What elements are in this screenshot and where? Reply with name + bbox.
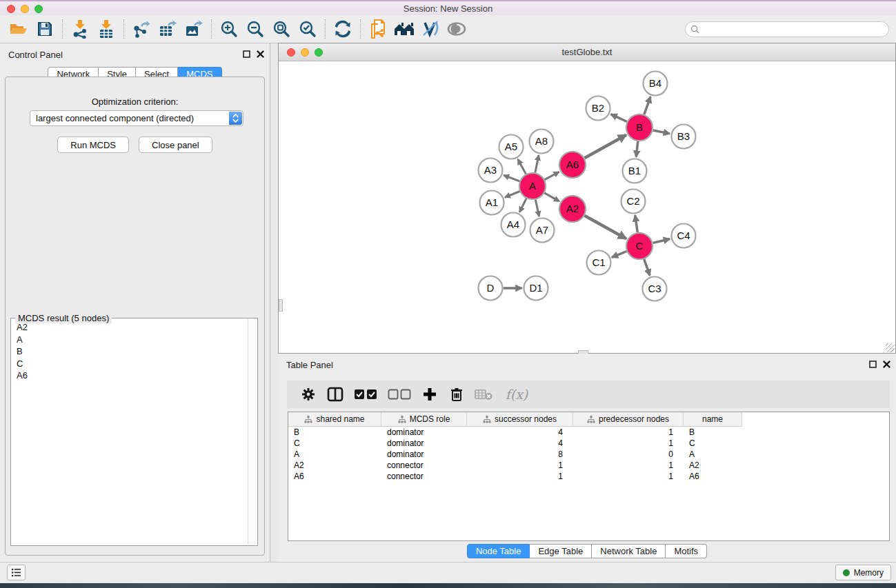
first-neighbors-button[interactable] xyxy=(391,18,417,40)
export-table-button[interactable] xyxy=(155,18,181,40)
graph-edge-A-A4[interactable] xyxy=(519,199,526,212)
mcds-result-item[interactable]: A2 xyxy=(12,321,248,334)
add-column-button[interactable] xyxy=(419,384,440,405)
network-vertical-scrollbar[interactable] xyxy=(279,299,283,312)
graph-edge-C-C4[interactable] xyxy=(653,239,670,243)
graph-edge-C-C1[interactable] xyxy=(612,252,627,258)
close-panel-button[interactable]: Close panel xyxy=(139,136,212,153)
delete-columns-button[interactable] xyxy=(446,384,467,405)
graph-edge-C-C2[interactable] xyxy=(635,215,638,232)
column-header-shared-name[interactable]: shared name xyxy=(288,412,381,427)
graph-edge-A-A7[interactable] xyxy=(535,200,539,217)
window-resize-grip[interactable] xyxy=(886,343,895,352)
task-history-button[interactable] xyxy=(7,565,26,580)
search-field[interactable] xyxy=(685,21,889,37)
export-image-button[interactable] xyxy=(181,18,207,40)
optimization-criterion-select[interactable]: largest connected component (directed) xyxy=(30,110,243,126)
open-folder-button[interactable] xyxy=(6,18,32,40)
graph-edge-A-A3[interactable] xyxy=(504,175,519,181)
network-canvas[interactable]: AA1A2A3A4A5A6A7A8BB1B2B3B4CC1C2C3C4DD1 xyxy=(279,62,895,353)
save-session-button[interactable] xyxy=(32,18,58,40)
graph-node-D1[interactable]: D1 xyxy=(524,276,548,301)
table-tab-motifs[interactable]: Motifs xyxy=(666,544,707,558)
graph-node-A5[interactable]: A5 xyxy=(499,135,524,159)
graph-node-A1[interactable]: A1 xyxy=(480,191,504,215)
graph-node-C2[interactable]: C2 xyxy=(621,190,646,214)
table-options-gear-button[interactable] xyxy=(298,384,319,405)
select-all-columns-button[interactable] xyxy=(352,384,379,405)
function-builder-button[interactable]: f(x) xyxy=(500,384,533,405)
graph-edge-B-B2[interactable] xyxy=(611,114,627,122)
search-input[interactable] xyxy=(702,25,888,34)
run-mcds-button[interactable]: Run MCDS xyxy=(57,136,129,153)
float-table-panel-icon[interactable] xyxy=(869,361,877,368)
graph-edge-A-A6[interactable] xyxy=(545,172,559,179)
graph-node-B3[interactable]: B3 xyxy=(672,125,696,149)
import-table-button[interactable] xyxy=(93,18,119,40)
table-row-a[interactable]: Adominator80A xyxy=(288,449,889,460)
graph-node-A7[interactable]: A7 xyxy=(530,219,555,243)
hide-selected-button[interactable] xyxy=(417,18,444,40)
zoom-fit-button[interactable] xyxy=(268,18,295,40)
graph-node-C1[interactable]: C1 xyxy=(587,251,611,275)
graph-edge-B-B3[interactable] xyxy=(653,130,670,134)
table-tab-edge-table[interactable]: Edge Table xyxy=(530,544,592,558)
table-row-c[interactable]: Cdominator41C xyxy=(288,438,889,449)
zoom-selected-button[interactable] xyxy=(295,18,321,40)
mcds-result-item[interactable]: C xyxy=(12,358,248,370)
graph-node-A[interactable]: A xyxy=(519,173,546,199)
network-window-title: testGlobe.txt xyxy=(279,47,895,57)
graph-node-A2[interactable]: A2 xyxy=(559,196,586,222)
graph-node-label: C4 xyxy=(677,230,690,241)
graph-node-A6[interactable]: A6 xyxy=(559,152,586,178)
import-network-button[interactable] xyxy=(67,18,93,40)
graph-node-A4[interactable]: A4 xyxy=(501,213,526,237)
column-header-predecessor-nodes[interactable]: predecessor nodes xyxy=(573,412,684,427)
graph-node-B1[interactable]: B1 xyxy=(623,159,647,183)
graph-node-B2[interactable]: B2 xyxy=(586,97,610,121)
close-panel-icon[interactable] xyxy=(257,50,264,58)
export-network-button[interactable] xyxy=(128,18,155,40)
network-window-titlebar[interactable]: testGlobe.txt xyxy=(279,43,895,61)
graph-edge-A2-C[interactable] xyxy=(585,216,626,239)
unselect-all-columns-button[interactable] xyxy=(386,384,413,405)
column-header-name[interactable]: name xyxy=(684,412,742,427)
result-scrollbar[interactable] xyxy=(248,319,257,545)
graph-node-C4[interactable]: C4 xyxy=(672,224,696,248)
refresh-button[interactable] xyxy=(330,18,356,40)
new-network-from-selection-button[interactable] xyxy=(365,18,391,40)
graph-edge-A-A2[interactable] xyxy=(544,193,559,201)
graph-edge-C-C3[interactable] xyxy=(644,259,650,276)
delete-table-button[interactable] xyxy=(473,384,494,405)
show-graphics-details-button[interactable] xyxy=(444,18,470,40)
table-tab-node-table[interactable]: Node Table xyxy=(467,544,530,558)
table-row-a2[interactable]: A2connector11A2 xyxy=(288,460,889,471)
float-panel-icon[interactable] xyxy=(243,50,250,58)
graph-edge-A-A8[interactable] xyxy=(535,155,539,172)
graph-node-B4[interactable]: B4 xyxy=(644,72,668,96)
graph-node-C3[interactable]: C3 xyxy=(643,277,667,301)
graph-node-B[interactable]: B xyxy=(626,114,653,141)
mcds-result-item[interactable]: B xyxy=(12,345,248,358)
graph-edge-B-B1[interactable] xyxy=(636,141,638,157)
memory-button[interactable]: Memory xyxy=(835,565,891,580)
graph-node-D[interactable]: D xyxy=(479,276,503,301)
mcds-result-item[interactable]: A xyxy=(12,334,248,346)
graph-node-A3[interactable]: A3 xyxy=(479,159,503,183)
column-header-successor-nodes[interactable]: successor nodes xyxy=(467,412,573,427)
column-header-mcds-role[interactable]: MCDS role xyxy=(381,412,467,427)
graph-edge-A-A5[interactable] xyxy=(518,159,526,174)
graph-edge-A-A1[interactable] xyxy=(505,192,520,198)
graph-edge-A6-B[interactable] xyxy=(585,135,626,159)
graph-node-A8[interactable]: A8 xyxy=(530,130,554,154)
graph-node-C[interactable]: C xyxy=(626,233,653,259)
table-row-b[interactable]: Bdominator41B xyxy=(288,427,889,438)
mcds-result-item[interactable]: A6 xyxy=(12,369,248,382)
zoom-out-button[interactable] xyxy=(242,18,268,40)
show-column-button[interactable] xyxy=(325,384,346,405)
table-row-a6[interactable]: A6connector11A6 xyxy=(288,471,889,482)
close-table-panel-icon[interactable] xyxy=(883,361,890,368)
table-tab-network-table[interactable]: Network Table xyxy=(592,544,666,558)
zoom-in-button[interactable] xyxy=(216,18,242,40)
graph-edge-B-B4[interactable] xyxy=(644,97,650,114)
